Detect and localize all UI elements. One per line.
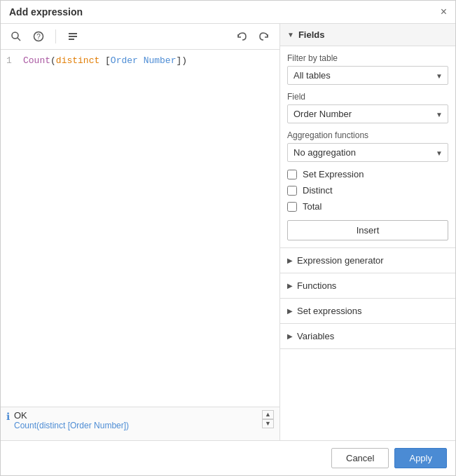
total-label: Total	[303, 201, 322, 212]
status-icon: ℹ	[6, 411, 10, 422]
code-distinct: distinct	[56, 55, 99, 66]
help-icon[interactable]: ?	[30, 28, 47, 45]
aggregation-select[interactable]: No aggregation	[287, 143, 448, 162]
toolbar-right	[233, 28, 272, 45]
set-expressions-arrow-icon: ▶	[287, 307, 293, 315]
set-expressions-section[interactable]: ▶ Set expressions	[280, 299, 455, 324]
dialog-body: ?	[1, 24, 455, 440]
status-expression: Count(distinct [Order Number])	[14, 421, 258, 430]
line-number: 1	[6, 55, 18, 66]
expression-generator-arrow-icon: ▶	[287, 257, 293, 264]
code-field: Order Number	[111, 55, 177, 66]
fields-body: Filter by table All tables ▼ Field Order…	[280, 46, 455, 248]
functions-section[interactable]: ▶ Functions	[280, 273, 455, 299]
insert-button[interactable]: Insert	[287, 220, 448, 240]
filter-label: Filter by table	[287, 53, 448, 63]
filter-by-table-select[interactable]: All tables	[287, 66, 448, 85]
code-count: Count	[23, 55, 50, 66]
left-panel: ?	[1, 24, 280, 440]
svg-point-0	[12, 32, 18, 39]
functions-label: Functions	[297, 280, 336, 291]
field-label: Field	[287, 92, 448, 102]
right-panel: ▼ Fields Filter by table All tables ▼ Fi…	[280, 24, 455, 440]
svg-rect-5	[69, 36, 77, 37]
comment-icon[interactable]	[64, 28, 81, 45]
distinct-checkbox[interactable]	[287, 186, 297, 196]
total-checkbox[interactable]	[287, 202, 297, 212]
field-select-wrapper: Order Number ▼	[287, 104, 448, 123]
variables-arrow-icon: ▶	[287, 332, 293, 340]
toolbar: ?	[1, 24, 279, 50]
close-button[interactable]: ×	[441, 6, 447, 18]
distinct-row: Distinct	[287, 185, 448, 196]
fields-section-label: Fields	[298, 29, 325, 40]
search-icon[interactable]	[8, 28, 25, 45]
code-content: Count(distinct [Order Number])	[23, 55, 187, 66]
fields-section-header[interactable]: ▼ Fields	[280, 24, 455, 46]
variables-section[interactable]: ▶ Variables	[280, 324, 455, 349]
status-arrows: ▲ ▼	[262, 410, 274, 428]
redo-icon[interactable]	[256, 28, 272, 45]
status-text: OK Count(distinct [Order Number])	[14, 410, 258, 430]
add-expression-dialog: Add expression × ?	[0, 0, 456, 476]
arrow-down-button[interactable]: ▼	[262, 419, 274, 428]
functions-arrow-icon: ▶	[287, 282, 293, 290]
fields-arrow-icon: ▼	[287, 31, 294, 39]
expression-generator-section[interactable]: ▶ Expression generator	[280, 248, 455, 273]
code-line: 1 Count(distinct [Order Number])	[6, 55, 274, 66]
distinct-label: Distinct	[303, 185, 333, 196]
undo-icon[interactable]	[233, 28, 250, 45]
apply-button[interactable]: Apply	[394, 448, 447, 468]
dialog-footer: Cancel Apply	[1, 440, 455, 475]
filter-by-table-wrapper: All tables ▼	[287, 66, 448, 85]
dialog-header: Add expression ×	[1, 1, 455, 24]
field-select[interactable]: Order Number	[287, 104, 448, 123]
status-bar: ℹ OK Count(distinct [Order Number]) ▲ ▼	[1, 407, 279, 440]
cancel-button[interactable]: Cancel	[331, 448, 389, 468]
toolbar-separator	[55, 29, 56, 43]
total-row: Total	[287, 201, 448, 212]
variables-label: Variables	[297, 331, 334, 341]
svg-rect-4	[69, 33, 77, 34]
arrow-up-button[interactable]: ▲	[262, 410, 274, 419]
dialog-title: Add expression	[9, 6, 83, 18]
aggregation-select-wrapper: No aggregation ▼	[287, 143, 448, 162]
set-expressions-label: Set expressions	[297, 306, 362, 316]
set-expression-label: Set Expression	[303, 169, 364, 179]
svg-line-1	[18, 38, 20, 41]
editor-area[interactable]: 1 Count(distinct [Order Number])	[1, 50, 279, 407]
expression-generator-label: Expression generator	[297, 255, 384, 266]
set-expression-row: Set Expression	[287, 169, 448, 179]
aggregation-label: Aggregation functions	[287, 130, 448, 140]
svg-text:?: ?	[36, 33, 41, 41]
svg-rect-6	[69, 39, 74, 40]
set-expression-checkbox[interactable]	[287, 170, 297, 179]
status-ok: OK	[14, 410, 258, 421]
